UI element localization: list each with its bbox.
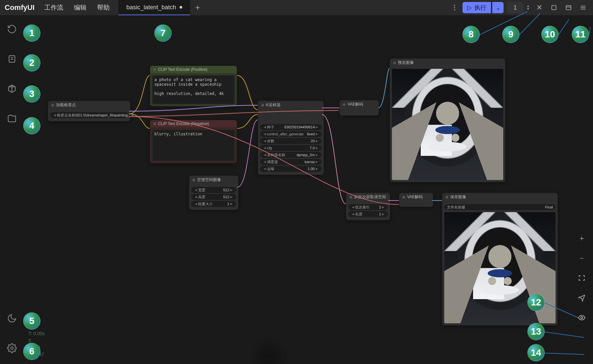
annotation-badge-7: 7 bbox=[154, 24, 172, 42]
widget-label: 步数 bbox=[267, 139, 274, 144]
run-label: 执行 bbox=[474, 4, 486, 12]
node-preview-image[interactable]: 预览图像 bbox=[390, 58, 506, 182]
zoom-in-button[interactable]: ＋ bbox=[575, 232, 588, 245]
scheduler-widget[interactable]: ◀调度器karras▶ bbox=[260, 159, 322, 165]
annotation-badge-10: 10 bbox=[541, 26, 559, 43]
annotation-badge-14: 14 bbox=[527, 344, 545, 361]
batch-index-widget[interactable]: ◀批次索引2▶ bbox=[348, 204, 388, 210]
widget-label: 批次索引 bbox=[355, 205, 370, 210]
node-title: CLIP Text Encode (Positive) bbox=[150, 66, 237, 73]
history-icon[interactable] bbox=[6, 23, 18, 35]
length-widget[interactable]: ◀长度1▶ bbox=[348, 211, 388, 217]
queue-icon[interactable] bbox=[6, 53, 18, 65]
status-time: T: 0.00s bbox=[28, 330, 45, 337]
annotation-badge-12: 12 bbox=[527, 294, 545, 311]
widget-label: 调度器 bbox=[267, 159, 278, 164]
node-vae-decode-top[interactable]: VAE解码 bbox=[339, 100, 379, 116]
widget-value: 512 bbox=[205, 195, 229, 199]
denoise-widget[interactable]: ◀去噪1.00▶ bbox=[260, 166, 322, 172]
widget-value: 2 bbox=[370, 205, 381, 209]
node-vae-decode-bottom[interactable]: VAE解码 bbox=[399, 193, 433, 207]
arrow-right-icon: ▶ bbox=[131, 114, 135, 117]
batch-count-input[interactable]: 1 bbox=[507, 2, 523, 13]
node-title: VAE解码 bbox=[399, 193, 433, 201]
svg-rect-1 bbox=[566, 6, 571, 10]
add-tab-button[interactable]: + bbox=[190, 0, 205, 15]
widget-label: control_after_generate bbox=[267, 132, 304, 136]
kebab-menu-icon[interactable] bbox=[448, 1, 461, 14]
fit-view-button[interactable] bbox=[575, 271, 588, 285]
widget-value: 1 bbox=[362, 212, 381, 216]
unsaved-dot-icon bbox=[180, 6, 182, 9]
navigate-button[interactable] bbox=[575, 291, 588, 304]
stepper-down-icon[interactable]: ▼ bbox=[525, 8, 531, 11]
widget-value: 636250194499614 bbox=[274, 125, 315, 129]
node-empty-latent-image[interactable]: 空潜空间图像 ◀宽度512▶ ◀高度512▶ ◀批量大小1▶ bbox=[189, 175, 239, 210]
annotation-badge-4: 4 bbox=[23, 117, 40, 134]
widget-value: dpmpp_2m bbox=[285, 153, 315, 157]
zoom-out-button[interactable]: － bbox=[575, 251, 588, 265]
widget-value: 1.00 bbox=[274, 167, 315, 171]
maximize-icon[interactable] bbox=[547, 1, 561, 14]
annotation-badge-9: 9 bbox=[502, 26, 519, 43]
height-widget[interactable]: ◀高度512▶ bbox=[191, 194, 236, 200]
widget-value: 512 bbox=[205, 188, 229, 192]
cfg-widget[interactable]: ◀cfg7.0▶ bbox=[260, 145, 322, 151]
node-canvas[interactable]: 加载检查点 ◀ 检查点名称 SD1.5\dreamshaper_8Inpaint… bbox=[24, 15, 593, 364]
widget-label: 采样器名称 bbox=[267, 153, 285, 158]
menu-workflow[interactable]: 工作流 bbox=[39, 3, 69, 12]
node-title: 从批次获取潜空间 bbox=[346, 193, 390, 201]
annotation-badge-5: 5 bbox=[23, 312, 40, 330]
node-title: 空潜空间图像 bbox=[189, 176, 238, 184]
node-library-icon[interactable] bbox=[6, 83, 18, 95]
node-title: 预览图像 bbox=[390, 59, 505, 67]
node-clip-text-encode-positive[interactable]: CLIP Text Encode (Positive) a photo of a… bbox=[150, 66, 237, 107]
svg-point-10 bbox=[581, 317, 583, 319]
widget-label: 高度 bbox=[198, 195, 205, 200]
widget-label: 批量大小 bbox=[198, 202, 213, 206]
node-ksampler[interactable]: K采样器 ◀种子636250194499614▶ ◀control_after_… bbox=[258, 101, 324, 175]
tab-label: basic_latent_batch bbox=[126, 4, 176, 11]
node-load-checkpoint[interactable]: 加载检查点 ◀ 检查点名称 SD1.5\dreamshaper_8Inpaint… bbox=[48, 101, 131, 121]
steps-widget[interactable]: ◀步数20▶ bbox=[260, 138, 322, 144]
widget-value: 1 bbox=[213, 202, 229, 206]
node-title: 保存图像 bbox=[442, 193, 558, 201]
hamburger-menu-icon[interactable] bbox=[576, 1, 590, 14]
menu-help[interactable]: 帮助 bbox=[92, 3, 115, 12]
run-button[interactable]: ▷ 执行 bbox=[462, 2, 491, 13]
width-widget[interactable]: ◀宽度512▶ bbox=[191, 187, 236, 193]
node-latent-from-batch[interactable]: 从批次获取潜空间 ◀批次索引2▶ ◀长度1▶ bbox=[346, 193, 390, 220]
sampler-widget[interactable]: ◀采样器名称dpmpp_2m▶ bbox=[260, 152, 322, 158]
settings-icon[interactable] bbox=[6, 342, 18, 354]
ckpt-name-widget[interactable]: ◀ 检查点名称 SD1.5\dreamshaper_8Inpainting...… bbox=[50, 112, 128, 118]
widget-label: 长度 bbox=[355, 212, 362, 217]
widget-label: 种子 bbox=[267, 125, 274, 130]
negative-prompt-text[interactable]: blurry, illustration bbox=[152, 129, 235, 161]
positive-prompt-text[interactable]: a photo of a cat wearing a spacesuit ins… bbox=[152, 75, 235, 104]
node-title: 加载检查点 bbox=[48, 101, 130, 109]
filename-prefix-widget[interactable]: 文件名前缀 Final bbox=[444, 204, 556, 210]
workflow-tab[interactable]: basic_latent_batch bbox=[118, 0, 190, 15]
widget-value: Final bbox=[465, 205, 553, 209]
preview-image-output bbox=[392, 69, 503, 180]
close-icon[interactable]: ✕ bbox=[533, 1, 546, 14]
seed-widget[interactable]: ◀种子636250194499614▶ bbox=[260, 124, 322, 130]
widget-label: 文件名前缀 bbox=[447, 205, 465, 210]
widget-value: 7.0 bbox=[272, 146, 315, 150]
file-browser-icon[interactable] bbox=[6, 113, 18, 124]
control-widget[interactable]: ◀control_after_generatefixed▶ bbox=[260, 131, 322, 137]
batch-widget[interactable]: ◀批量大小1▶ bbox=[191, 201, 236, 207]
widget-value: karras bbox=[278, 160, 315, 164]
widget-value: SD1.5\dreamshaper_8Inpainting... bbox=[75, 113, 131, 117]
svg-rect-6 bbox=[9, 56, 15, 62]
annotation-badge-2: 2 bbox=[23, 54, 40, 71]
run-dropdown[interactable]: ⌄ bbox=[492, 2, 504, 13]
theme-toggle-icon[interactable] bbox=[6, 312, 18, 324]
node-title: CLIP Text Encode (Negative) bbox=[150, 120, 237, 127]
annotation-badge-13: 13 bbox=[527, 323, 545, 340]
panel-toggle-icon[interactable] bbox=[562, 1, 575, 14]
node-title: VAE解码 bbox=[340, 100, 379, 109]
node-clip-text-encode-negative[interactable]: CLIP Text Encode (Negative) blurry, illu… bbox=[150, 120, 237, 163]
menu-edit[interactable]: 编辑 bbox=[69, 3, 92, 12]
node-title: K采样器 bbox=[258, 101, 324, 109]
